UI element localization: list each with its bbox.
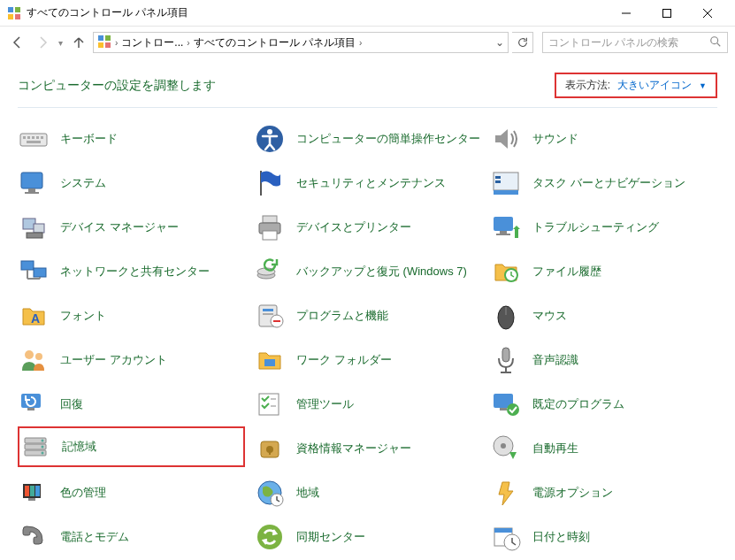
svg-rect-90 [494, 528, 512, 533]
item-security[interactable]: セキュリティとメンテナンス [254, 161, 481, 205]
svg-point-75 [42, 452, 44, 455]
troubleshoot-icon [490, 211, 522, 243]
item-label: セキュリティとメンテナンス [296, 176, 446, 191]
breadcrumb-segment[interactable]: コントロー... [121, 35, 183, 50]
svg-rect-28 [494, 190, 518, 195]
chevron-down-icon[interactable]: ▼ [699, 81, 707, 90]
svg-rect-50 [263, 309, 273, 311]
item-label: 電話とモデム [60, 530, 129, 545]
control-panel-icon [7, 6, 21, 20]
svg-rect-2 [8, 14, 13, 19]
item-recovery[interactable]: 回復 [18, 382, 245, 426]
back-button[interactable] [7, 32, 28, 53]
item-mouse[interactable]: マウス [490, 294, 717, 338]
item-label: フォント [60, 309, 106, 324]
svg-rect-83 [30, 486, 34, 496]
item-network[interactable]: ネットワークと共有センター [18, 249, 245, 294]
item-label: 地域 [296, 486, 319, 501]
item-color-management[interactable]: 色の管理 [18, 471, 245, 515]
item-device-manager[interactable]: デバイス マネージャー [18, 205, 245, 249]
svg-text:A: A [31, 311, 40, 326]
maximize-button[interactable] [647, 0, 687, 27]
item-programs[interactable]: プログラムと機能 [254, 294, 481, 338]
search-icon[interactable] [709, 35, 722, 50]
item-work-folders[interactable]: ワーク フォルダー [254, 338, 481, 382]
title-bar: すべてのコントロール パネル項目 [0, 0, 735, 27]
svg-rect-0 [8, 7, 13, 12]
svg-rect-14 [20, 134, 47, 146]
minimize-button[interactable] [606, 0, 647, 27]
item-label: システム [60, 176, 106, 191]
microphone-icon [490, 344, 522, 376]
item-region[interactable]: 地域 [254, 471, 481, 515]
item-sync-center[interactable]: 同期センター [254, 515, 481, 559]
svg-rect-15 [23, 136, 26, 139]
item-fonts[interactable]: A フォント [18, 294, 245, 338]
item-backup[interactable]: バックアップと復元 (Windows 7) [254, 249, 481, 294]
item-label: プログラムと機能 [296, 309, 388, 324]
item-label: タスク バーとナビゲーション [532, 176, 685, 191]
recent-dropdown-icon[interactable]: ▾ [57, 38, 65, 48]
svg-rect-1 [15, 7, 20, 12]
item-storage[interactable]: 記憶域 [19, 431, 96, 463]
view-mode-control[interactable]: 表示方法: 大きいアイコン ▼ [555, 73, 717, 98]
programs-icon [254, 300, 286, 332]
view-mode-label: 表示方法: [565, 78, 610, 93]
svg-rect-29 [495, 176, 501, 179]
device-manager-icon [18, 211, 50, 243]
item-label: 電源オプション [532, 486, 613, 501]
svg-rect-39 [496, 234, 510, 235]
sound-icon [490, 123, 522, 155]
ease-of-access-icon [254, 123, 286, 155]
clock-icon [490, 521, 522, 553]
svg-rect-85 [28, 498, 35, 501]
item-sound[interactable]: サウンド [490, 117, 717, 161]
search-box[interactable] [542, 32, 728, 53]
chevron-right-icon[interactable]: › [187, 38, 189, 48]
chevron-right-icon[interactable]: › [115, 38, 118, 48]
item-troubleshoot[interactable]: トラブルシューティング [490, 205, 717, 249]
item-system[interactable]: システム [18, 161, 245, 205]
item-ease-of-access[interactable]: コンピューターの簡単操作センター [254, 117, 481, 161]
svg-rect-36 [263, 231, 277, 240]
power-icon [490, 477, 522, 509]
view-mode-value[interactable]: 大きいアイコン [617, 78, 692, 93]
item-taskbar[interactable]: タスク バーとナビゲーション [490, 161, 717, 205]
svg-point-12 [711, 36, 718, 43]
search-input[interactable] [548, 36, 709, 49]
item-speech[interactable]: 音声認識 [490, 338, 717, 382]
svg-rect-8 [98, 35, 103, 41]
svg-rect-24 [28, 188, 35, 192]
item-label: 自動再生 [532, 441, 578, 456]
item-default-programs[interactable]: 既定のプログラム [490, 382, 717, 426]
item-date-time[interactable]: 日付と時刻 [490, 515, 717, 559]
svg-point-88 [257, 525, 282, 549]
close-button[interactable] [687, 0, 728, 27]
svg-rect-58 [264, 359, 275, 366]
svg-rect-78 [269, 449, 271, 455]
svg-rect-53 [273, 320, 280, 322]
breadcrumb-segment[interactable]: すべてのコントロール パネル項目 [194, 35, 356, 50]
item-keyboard[interactable]: キーボード [18, 117, 245, 161]
item-user-accounts[interactable]: ユーザー アカウント [18, 338, 245, 382]
fonts-icon: A [18, 300, 50, 332]
item-admin-tools[interactable]: 管理ツール [254, 382, 481, 426]
item-label: 音声認識 [532, 353, 578, 368]
up-button[interactable] [68, 32, 89, 53]
control-panel-small-icon [97, 35, 111, 51]
svg-rect-41 [34, 268, 46, 277]
item-phone-modem[interactable]: 電話とモデム [18, 515, 245, 559]
autoplay-icon [490, 433, 522, 464]
default-programs-icon [490, 388, 522, 420]
address-bar[interactable]: › コントロー... › すべてのコントロール パネル項目 › ⌄ [93, 32, 509, 53]
item-power[interactable]: 電源オプション [490, 471, 717, 515]
svg-rect-84 [35, 486, 40, 496]
item-devices-printers[interactable]: デバイスとプリンター [254, 205, 481, 249]
chevron-right-icon[interactable]: › [359, 38, 362, 48]
refresh-button[interactable] [512, 32, 533, 53]
forward-button[interactable] [32, 32, 53, 53]
address-dropdown-icon[interactable]: ⌄ [495, 36, 504, 49]
item-autoplay[interactable]: 自動再生 [490, 426, 717, 471]
item-file-history[interactable]: ファイル履歴 [490, 249, 717, 294]
item-credential-manager[interactable]: 資格情報マネージャー [254, 426, 481, 471]
